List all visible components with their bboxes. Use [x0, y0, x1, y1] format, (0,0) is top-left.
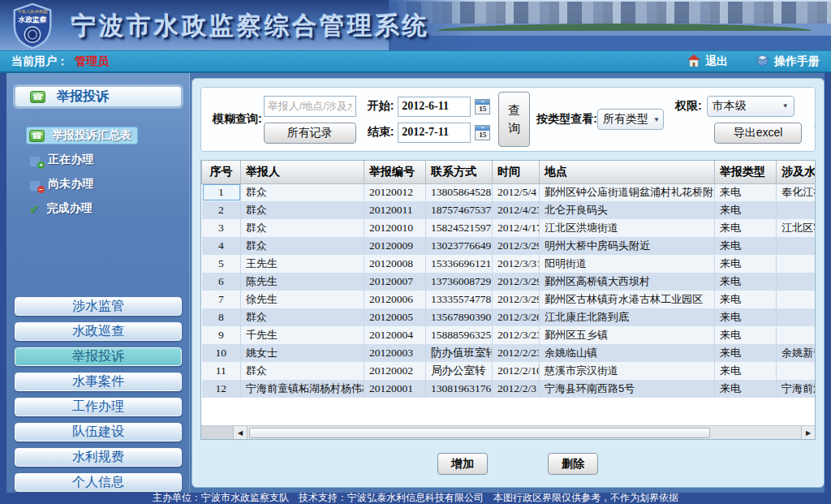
table-row[interactable]: 9千先生20120004158885963252012/3/23鄞州区五乡镇来电: [202, 326, 816, 344]
column-header: 时间: [493, 161, 540, 183]
sidebar-item-summary-table[interactable]: ☎举报投诉汇总表: [26, 127, 138, 144]
table-cell: 5: [202, 255, 241, 273]
table-cell: 江北康庄北路到底: [540, 308, 715, 326]
table-cell: 20120001: [364, 380, 426, 398]
sidebar-section-title: 举报投诉: [57, 88, 109, 106]
table-cell: 2012/2/10: [493, 362, 540, 380]
home-icon: [687, 54, 700, 69]
table-cell: 防办值班室转: [426, 344, 493, 362]
table-cell: 13081963176: [426, 380, 493, 398]
table-cell: 15336696121: [426, 255, 493, 273]
chevron-down-icon: ▼: [782, 102, 789, 110]
table-cell: 明州大桥中房码头附近: [540, 237, 715, 255]
table-cell: 2012/3/31: [493, 255, 540, 273]
table-cell: 15888596325: [426, 326, 493, 344]
sidebar-nav-report-complaint[interactable]: 举报投诉: [15, 347, 182, 366]
table-cell: 2012/3/23: [493, 326, 540, 344]
table-cell: 群众: [241, 308, 364, 326]
sidebar-nav-water-supervision[interactable]: 涉水监管: [15, 297, 182, 316]
permission-select[interactable]: 市本级 ▼: [707, 96, 794, 117]
table-cell: 来电: [715, 255, 777, 273]
table-cell: 北仑开良码头: [540, 201, 715, 219]
table-cell: 来电: [715, 362, 777, 380]
export-excel-button[interactable]: 导出excel: [714, 123, 802, 144]
sidebar-nav-work-handling[interactable]: 工作办理: [15, 398, 182, 416]
add-button[interactable]: 增加: [437, 453, 488, 475]
column-header: 联系方式: [426, 161, 493, 183]
scroll-left-arrow[interactable]: ◀: [234, 426, 248, 439]
sidebar-nav-water-fees[interactable]: 水利规费: [15, 448, 182, 467]
manual-button[interactable]: 操作手册: [756, 54, 820, 69]
sidebar-nav-team-building[interactable]: 队伍建设: [15, 423, 182, 442]
phone-icon: ☎: [30, 91, 45, 103]
sidebar-item-label: 正在办理: [48, 153, 93, 167]
sidebar-item-label: 完成办理: [47, 201, 93, 216]
type-filter-select[interactable]: 所有类型 ▼: [597, 109, 664, 130]
table-cell: 来电: [715, 380, 777, 398]
table-row[interactable]: 3群众20120010158245215972012/4/17江北区洪塘街道来电…: [202, 219, 816, 237]
report-table: 序号举报人举报编号联系方式时间地点举报类型涉及水域 1群众20120012138…: [201, 161, 816, 398]
table-cell: 20120010: [364, 219, 426, 237]
scrollbar-thumb[interactable]: [249, 428, 710, 438]
table-row[interactable]: 6陈先生20120007137360087292012/3/29鄞州区高桥镇大西…: [202, 273, 816, 291]
top-banner: 中华人民共和国 水政监察 宁波市水政监察综合管理系统: [0, 0, 831, 50]
table-cell: 奉化江礼: [777, 183, 816, 201]
calendar-icon[interactable]: 15: [475, 125, 490, 140]
table-cell: 2012/2/23: [493, 344, 540, 362]
column-header: 地点: [540, 161, 715, 183]
table-cell: 来电: [715, 344, 777, 362]
table-row[interactable]: 12宁海前童镇柘湖杨村杨伟林20120001130819631762012/2/…: [202, 380, 816, 398]
fuzzy-query-input[interactable]: [264, 96, 356, 117]
table-cell: 2012/4/23: [493, 201, 540, 219]
table-cell: 20120005: [364, 308, 426, 326]
table-cell: 来电: [715, 291, 777, 308]
table-cell: 13567890390: [426, 308, 493, 326]
table-row[interactable]: 10姚女士20120003防办值班室转2012/2/23余姚临山镇来电余姚新奄: [202, 344, 816, 362]
sidebar-nav-water-cases[interactable]: 水事案件: [15, 373, 182, 391]
table-cell: 宁海前童镇柘湖杨村杨伟林: [241, 380, 364, 398]
table-row[interactable]: 8群众20120005135678903902012/3/26江北康庄北路到底来…: [202, 308, 816, 326]
table-cell: 来电: [715, 237, 777, 255]
calendar-icon[interactable]: 15: [475, 99, 490, 114]
table-row[interactable]: 2群众20120011187574675372012/4/23北仑开良码头来电: [202, 201, 816, 219]
table-cell: 2012/3/29: [493, 273, 540, 291]
scroll-right-arrow[interactable]: ▶: [801, 426, 815, 439]
table-cell: 20120002: [364, 362, 426, 380]
start-date-input[interactable]: [398, 97, 471, 117]
table-cell: 8: [202, 308, 241, 326]
table-row[interactable]: 11群众20120002局办公室转2012/2/10慈溪市宗汉街道来电: [202, 362, 816, 380]
table-cell: 20120009: [364, 237, 426, 255]
logout-button[interactable]: 退出: [687, 54, 728, 69]
delete-button[interactable]: 删除: [548, 453, 598, 475]
sidebar-item-completed[interactable]: ✔完成办理: [26, 200, 99, 218]
search-button[interactable]: 查询: [498, 92, 530, 147]
sidebar-item-not-handled[interactable]: ▦−尚未办理: [26, 175, 100, 193]
all-records-button[interactable]: 所有记录: [264, 123, 356, 144]
sidebar-sub-menu: ☎举报投诉汇总表▦+正在办理▦−尚未办理✔完成办理: [26, 127, 190, 218]
refresh-icon[interactable]: [813, 102, 816, 137]
table-row[interactable]: 7徐先生20120006133355747782012/3/29鄞州区古林镇葑水…: [202, 291, 816, 308]
table-row[interactable]: 4群众20120009130237766492012/3/29明州大桥中房码头附…: [202, 237, 816, 255]
table-cell: 2012/5/4: [493, 183, 540, 201]
horizontal-scrollbar[interactable]: ◀ ▶: [201, 425, 815, 439]
table-cell: 宁海县环南西路5号: [540, 380, 715, 398]
sidebar-item-in-progress[interactable]: ▦+正在办理: [26, 151, 100, 169]
end-date-input[interactable]: [398, 123, 471, 143]
sidebar-section-header[interactable]: ☎ 举报投诉: [15, 86, 182, 107]
current-user-label: 当前用户：: [11, 54, 68, 69]
sidebar-nav-water-patrol[interactable]: 水政巡查: [15, 322, 182, 341]
table-cell: 4: [202, 237, 241, 255]
table-cell: 20120003: [364, 344, 426, 362]
table-cell: 鄞州区五乡镇: [540, 326, 715, 344]
type-filter-label: 按类型查看:: [536, 112, 597, 127]
table-cell: 10: [202, 344, 241, 362]
table-cell: 局办公室转: [426, 362, 493, 380]
table-row[interactable]: 1群众20120012138058645282012/5/4鄞州区钟公庙街道铜盆…: [202, 183, 816, 201]
table-cell: 来电: [715, 273, 777, 291]
sidebar-nav-personal-info[interactable]: 个人信息: [15, 473, 182, 492]
table-cell: 群众: [241, 362, 364, 380]
table-cell: 6: [202, 273, 241, 291]
table-row[interactable]: 5王先生20120008153366961212012/3/31阳明街道来电: [202, 255, 816, 273]
table-cell: 江北区宅: [777, 219, 816, 237]
table-cell: 鄞州区钟公庙街道铜盆浦村礼花桥附近: [540, 183, 715, 201]
